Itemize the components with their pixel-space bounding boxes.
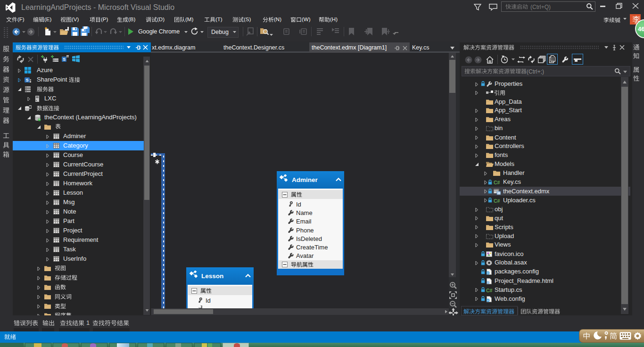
svg-text:C#: C# [486,288,493,293]
svg-text:S: S [25,78,28,83]
svg-text:S: S [63,57,66,62]
svg-text:C#: C# [494,180,500,185]
svg-text:C#: C# [494,198,500,204]
